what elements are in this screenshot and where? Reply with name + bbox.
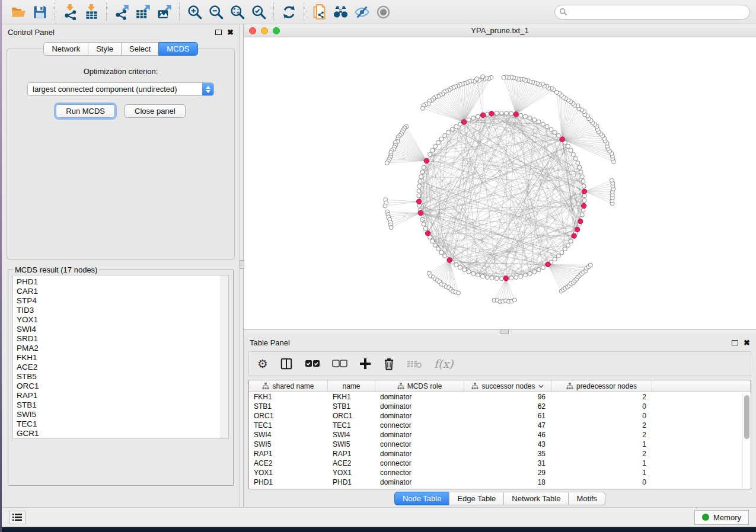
export-document-button[interactable] (308, 2, 330, 22)
mcds-result-list[interactable]: PHD1CAR1STP4TID3YOX1SWI4SRD1PMA2FKH1ACE2… (12, 275, 229, 439)
mcds-result-item[interactable]: TID3 (17, 306, 228, 315)
optimization-criterion-label: Optimization criterion: (7, 67, 234, 76)
select-all-columns-button[interactable] (305, 355, 320, 373)
scrollbar-thumb[interactable] (744, 395, 749, 439)
show-panels-menu-button[interactable] (9, 511, 25, 524)
mcds-result-item[interactable]: STP4 (17, 296, 228, 306)
mcds-result-item[interactable]: SWI4 (17, 325, 228, 334)
export-image-button[interactable] (154, 2, 175, 22)
splitter-handle[interactable] (500, 329, 509, 334)
run-mcds-button[interactable]: Run MCDS (56, 104, 115, 118)
close-panel-icon[interactable]: ✖ (227, 28, 234, 36)
mcds-result-item[interactable]: FKH1 (17, 353, 228, 363)
float-panel-icon[interactable] (215, 30, 222, 35)
import-table-button[interactable] (81, 2, 102, 22)
create-column-button[interactable] (359, 355, 371, 373)
document-share-icon (311, 4, 327, 20)
close-panel-button[interactable]: Close panel (125, 104, 186, 118)
import-network-button[interactable] (59, 2, 81, 22)
column-header-name[interactable]: name (328, 380, 375, 392)
table-row[interactable]: PHD1PHD1dominator180 (249, 477, 751, 487)
status-bar: Memory (2, 507, 756, 527)
mcds-result-item[interactable]: SRD1 (17, 334, 228, 344)
table-row[interactable]: ORC1ORC1dominator610 (249, 411, 751, 421)
close-panel-icon[interactable]: ✖ (744, 339, 750, 347)
float-panel-icon[interactable] (732, 340, 738, 345)
mcds-result-item[interactable]: RAP1 (17, 391, 228, 400)
table-cell: 61 (464, 411, 551, 421)
table-row[interactable]: STB1STB1dominator620 (249, 402, 751, 411)
search-input[interactable] (554, 5, 750, 20)
save-floppy-icon (32, 4, 48, 20)
horizontal-splitter[interactable] (244, 330, 756, 335)
mcds-result-item[interactable]: SWI5 (17, 410, 228, 419)
tab-style[interactable]: Style (88, 42, 122, 56)
unselect-all-columns-button[interactable] (332, 355, 347, 373)
tab-mcds[interactable]: MCDS (158, 42, 197, 56)
vertical-splitter[interactable] (240, 24, 244, 507)
table-scrollbar[interactable] (742, 393, 750, 488)
mcds-result-item[interactable]: CAR1 (17, 287, 228, 296)
memory-button[interactable]: Memory (694, 510, 749, 525)
tab-edge-table[interactable]: Edge Table (449, 492, 504, 505)
show-columns-button[interactable] (280, 355, 293, 373)
tab-motifs[interactable]: Motifs (568, 492, 605, 505)
zoom-out-button[interactable] (205, 2, 227, 22)
column-header-MCDS-role[interactable]: MCDS role (375, 380, 464, 392)
optimization-criterion-select[interactable]: largest connected component (undirected) (27, 82, 214, 96)
first-neighbors-button[interactable] (330, 2, 351, 22)
mcds-result-item[interactable]: TEC1 (17, 419, 228, 429)
column-header-successor-nodes[interactable]: successor nodes (464, 380, 551, 392)
search-icon (559, 8, 567, 16)
mcds-result-item[interactable]: YOX1 (17, 315, 228, 325)
mcds-result-item[interactable]: ACE2 (17, 363, 228, 372)
table-cell: 0 (551, 402, 652, 411)
eye-slash-icon (354, 4, 370, 20)
mcds-result-item[interactable]: PMA2 (17, 344, 228, 353)
tab-select[interactable]: Select (121, 42, 159, 56)
table-row[interactable]: SWI5SWI5connector431 (249, 440, 751, 449)
table-cell: dominator (375, 449, 464, 459)
open-session-button[interactable] (8, 2, 29, 22)
mcds-result-item[interactable]: PHD1 (17, 277, 228, 287)
tab-network-table[interactable]: Network Table (503, 492, 569, 505)
table-toolbar: ⚙ (248, 351, 751, 376)
mcds-result-item[interactable]: ORC1 (17, 382, 228, 391)
zoom-in-button[interactable] (184, 2, 205, 22)
table-row[interactable]: ACE2ACE2connector311 (249, 459, 751, 468)
toolbar-separator (179, 3, 180, 21)
table-cell: TEC1 (249, 421, 328, 430)
zoom-selected-button[interactable] (248, 2, 269, 22)
mcds-result-item[interactable]: STB5 (17, 372, 228, 382)
table-cell: STB1 (249, 402, 328, 411)
table-cell: RAP1 (249, 449, 328, 459)
network-canvas[interactable] (244, 37, 756, 329)
show-all-button[interactable] (372, 2, 394, 22)
table-row[interactable]: TEC1TEC1connector472 (249, 421, 751, 430)
export-network-button[interactable] (111, 2, 132, 22)
tab-network[interactable]: Network (43, 42, 88, 56)
table-row[interactable]: RAP1RAP1dominator352 (249, 449, 751, 459)
export-table-button[interactable] (132, 2, 154, 22)
delete-column-button[interactable] (383, 355, 395, 373)
mcds-result-item[interactable]: STB1 (17, 400, 228, 410)
hide-selected-button[interactable] (351, 2, 372, 22)
apply-layout-button[interactable] (278, 2, 299, 22)
splitter-handle[interactable] (240, 260, 244, 269)
table-cell: TEC1 (328, 421, 375, 430)
save-session-button[interactable] (29, 2, 50, 22)
table-row[interactable]: SWI4SWI4dominator462 (249, 430, 751, 440)
table-options-button[interactable]: ⚙ (257, 355, 268, 373)
mcds-list-scrollbar[interactable] (221, 275, 228, 438)
mcds-result-item[interactable]: GCR1 (17, 429, 228, 438)
column-type-icon (397, 383, 404, 389)
column-header-shared-name[interactable]: shared name (249, 380, 328, 392)
table-cell: 2 (551, 392, 652, 402)
zoom-fit-button[interactable] (227, 2, 248, 22)
tab-node-table[interactable]: Node Table (394, 492, 450, 505)
select-stepper-icon (202, 83, 213, 95)
table-row[interactable]: YOX1YOX1connector291 (249, 468, 751, 477)
network-graph[interactable] (244, 37, 756, 329)
column-header-predecessor-nodes[interactable]: predecessor nodes (551, 380, 652, 392)
table-row[interactable]: FKH1FKH1dominator962 (249, 392, 751, 402)
